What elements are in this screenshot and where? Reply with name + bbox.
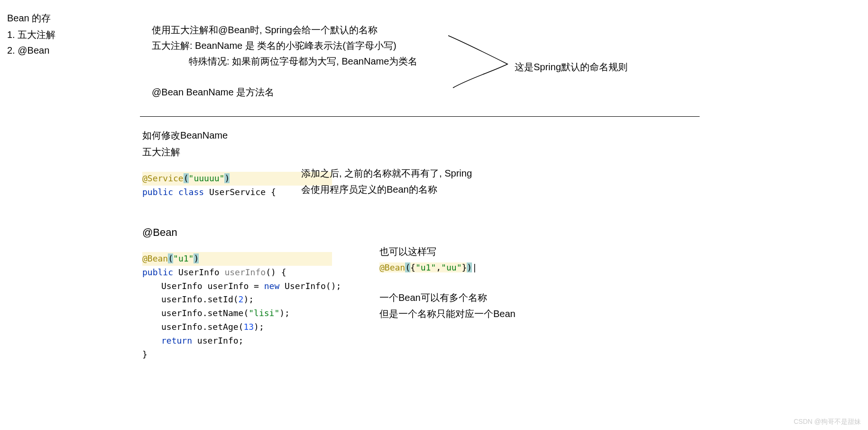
s1-u1: u1: [421, 262, 431, 272]
paren-close: ): [194, 253, 199, 263]
annotation-text: 这是Spring默认的命名规则: [515, 61, 628, 74]
divider-line: [140, 116, 700, 117]
desc-line-1: 使用五大注解和@Bean时, Spring会给一个默认的名称: [152, 24, 417, 37]
at-bean: @Bean: [142, 253, 168, 263]
watermark: CSDN @狗哥不是甜妹: [794, 418, 861, 426]
paren-open: (: [184, 173, 189, 183]
setid-b: );: [243, 294, 254, 304]
code-bean-method: @Bean("u1") public UserInfo userInfo() {…: [142, 252, 341, 361]
alt-label: 也可以这样写: [379, 245, 477, 258]
str-body-uuuuu: uuuuu: [194, 173, 219, 183]
line-new-a: UserInfo userInfo =: [161, 281, 264, 291]
section2-title-2: 五大注解: [142, 146, 332, 159]
str-quote: ": [220, 173, 225, 183]
comma: ,: [436, 262, 441, 272]
outline-left: Bean 的存 1. 五大注解 2. @Bean: [7, 12, 55, 60]
note-line-2: 但是一个名称只能对应一个Bean: [379, 306, 516, 322]
section2-title-1: 如何修改BeanName: [142, 129, 332, 142]
brace-open: {: [410, 262, 416, 272]
paren-close: ): [224, 173, 230, 183]
str-quote: ": [189, 253, 194, 263]
setid-a: userInfo.setId(: [161, 294, 239, 304]
desc-line-2: 五大注解: BeanName 是 类名的小驼峰表示法(首字母小写): [152, 39, 417, 52]
side-text-service: 添加之后, 之前的名称就不再有了, Spring 会使用程序员定义的Bean的名…: [301, 165, 472, 197]
setage-b: );: [254, 322, 264, 332]
class-name-userservice: UserService {: [209, 187, 276, 197]
notes-multi-names: 一个Bean可以有多个名称 但是一个名称只能对应一个Bean: [379, 290, 516, 322]
kw-public: public: [142, 187, 173, 197]
str-lisi: "lisi": [249, 308, 279, 318]
kw-new: new: [264, 281, 280, 291]
outline-item-1: 1. 五大注解: [7, 28, 55, 41]
side-text-line2: 会使用程序员定义的Bean的名称: [301, 181, 472, 197]
brace-close: }: [462, 262, 467, 272]
note-line-1: 一个Bean可以有多个名称: [379, 290, 516, 306]
at-service: @Service: [142, 173, 184, 183]
ret-type: UserInfo: [178, 267, 220, 277]
str-quote: ": [189, 173, 194, 183]
outline-title: Bean 的存: [7, 12, 55, 25]
num-13: 13: [243, 322, 254, 332]
side-text-line1: 添加之后, 之前的名称就不再有了, Spring: [301, 165, 472, 181]
outline-item-2: 2. @Bean: [7, 45, 55, 56]
close-brace: }: [142, 348, 341, 362]
num-2: 2: [239, 294, 244, 304]
method-name: userInfo: [224, 267, 266, 277]
return-body: userInfo;: [192, 336, 243, 346]
q: ": [441, 262, 446, 272]
main-description: 使用五大注解和@Bean时, Spring会给一个默认的名称 五大注解: Bea…: [152, 24, 417, 102]
arrow-bracket-icon: [446, 33, 522, 95]
kw-class: class: [178, 187, 204, 197]
kw-return: return: [161, 336, 192, 346]
str-quote: ": [173, 253, 178, 263]
desc-line-3: 特殊情况: 如果前两位字母都为大写, BeanName为类名: [189, 55, 417, 68]
q: ": [416, 262, 421, 272]
at-bean-arr: @Bean: [379, 262, 405, 272]
str-u1: u1: [178, 253, 189, 263]
q: ": [431, 262, 436, 272]
q: ": [457, 262, 462, 272]
setname-a: userInfo.setName(: [161, 308, 249, 318]
code-bean-array: @Bean({"u1","uu"})|: [379, 261, 477, 275]
paren-open: (: [168, 253, 173, 263]
line-new-b: UserInfo();: [279, 281, 341, 291]
setname-b: );: [279, 308, 290, 318]
section-bean: @Bean @Bean("u1") public UserInfo userIn…: [142, 226, 341, 361]
paren-close: ): [467, 262, 472, 272]
alt-write: 也可以这样写 @Bean({"u1","uu"})|: [379, 245, 477, 275]
desc-line-4: @Bean BeanName 是方法名: [152, 86, 417, 99]
section3-title: @Bean: [142, 226, 341, 239]
cursor: |: [472, 262, 477, 272]
sig-end: () {: [266, 267, 286, 277]
kw-public: public: [142, 267, 173, 277]
s2-uu: uu: [446, 262, 457, 272]
setage-a: userInfo.setAge(: [161, 322, 243, 332]
paren-open: (: [405, 262, 410, 272]
